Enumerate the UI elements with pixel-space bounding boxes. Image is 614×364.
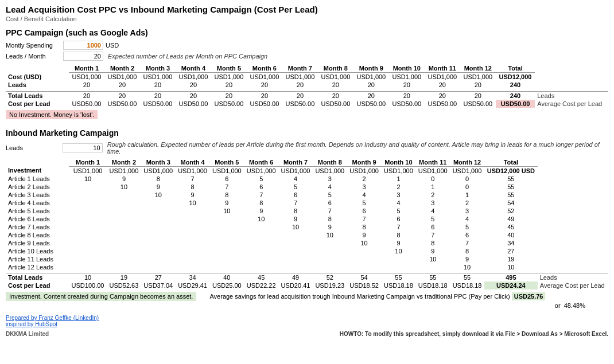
- inbound-article-cell: 8: [382, 231, 416, 239]
- inbound-article-cell: [107, 215, 141, 223]
- inbound-article-cell: 9: [347, 231, 382, 239]
- ppc-total-leads-cell: 20: [389, 91, 425, 100]
- inbound-col-m8: Month 8: [313, 158, 347, 167]
- ppc-leads-cell: 20: [140, 81, 176, 89]
- inbound-article-cell: [69, 247, 107, 255]
- inbound-leads-input[interactable]: [63, 143, 103, 152]
- monthly-spending-input[interactable]: [63, 41, 103, 50]
- ppc-col-m9: Month 9: [353, 64, 389, 73]
- inbound-article-cell: 9: [450, 255, 484, 263]
- inbound-article-total: 19: [484, 255, 538, 263]
- inbound-article-cell: [313, 239, 347, 247]
- inbound-article-cell: [209, 231, 244, 239]
- inbound-article-cell: 4: [382, 199, 416, 207]
- page-title: Lead Acquisition Cost PPC vs Inbound Mar…: [6, 5, 608, 14]
- inbound-article-cell: [244, 255, 278, 263]
- savings-percent: 48.48%: [564, 302, 585, 309]
- ppc-total-leads-cell: 20: [353, 91, 389, 100]
- company-name: DKKMA Limited: [6, 331, 49, 337]
- inbound-article-cell: 7: [450, 239, 484, 247]
- inbound-article-label: Article 12 Leads: [6, 263, 69, 271]
- ppc-cost-cell: USD1,000: [69, 73, 104, 81]
- ppc-leads-cell: 20: [425, 81, 460, 89]
- ppc-total-leads-cell: 20: [460, 91, 496, 100]
- inbound-article-cell: [244, 223, 278, 231]
- inbound-article-cell: [313, 255, 347, 263]
- inbound-article-cell: 8: [176, 183, 210, 191]
- inbound-article-cell: [176, 223, 210, 231]
- ppc-total-leads-label: Total Leads: [6, 91, 69, 100]
- inbound-article-cell: [69, 191, 107, 199]
- inbound-article-cell: 2: [347, 175, 382, 183]
- inbound-article-cell: 7: [415, 231, 450, 239]
- page-subtitle: Cost / Benefit Calculation: [6, 15, 608, 22]
- ppc-cost-cell: USD1,000: [353, 73, 389, 81]
- inbound-article-cell: 4: [450, 215, 484, 223]
- inbound-article-total: 40: [484, 231, 538, 239]
- inbound-article-cell: 9: [415, 247, 450, 255]
- inbound-article-cell: [69, 207, 107, 215]
- ppc-total-leads-cell: 20: [282, 91, 318, 100]
- inbound-total-leads-cell: 52: [313, 273, 347, 282]
- inbound-article-cell: 6: [450, 231, 484, 239]
- inbound-cpl-total: USD24.24: [484, 281, 538, 289]
- inbound-investment-cell: USD1,000: [450, 166, 484, 175]
- inbound-col-m2: Month 2: [107, 158, 141, 167]
- inbound-article-label: Article 2 Leads: [6, 183, 69, 191]
- inbound-article-cell: 8: [209, 191, 244, 199]
- inbound-article-cell: 10: [209, 207, 244, 215]
- inbound-article-cell: 8: [347, 223, 382, 231]
- ppc-col-m7: Month 7: [282, 64, 318, 73]
- inbound-article-cell: 5: [450, 223, 484, 231]
- ppc-leads-cell: 20: [247, 81, 282, 89]
- inbound-article-label: Article 5 Leads: [6, 207, 69, 215]
- inbound-article-cell: 6: [209, 175, 244, 183]
- inbound-article-cell: [313, 263, 347, 271]
- inbound-article-cell: 8: [415, 239, 450, 247]
- inbound-total-leads-cell: 19: [107, 273, 141, 282]
- ppc-cpl-total: USD50.00: [496, 100, 535, 108]
- invest-msg: Investment. Content created during Campa…: [6, 292, 196, 301]
- ppc-leads-cell: 20: [282, 81, 318, 89]
- inbound-article-cell: [69, 223, 107, 231]
- ppc-cost-cell: USD1,000: [389, 73, 425, 81]
- inbound-article-cell: 0: [450, 175, 484, 183]
- inbound-article-cell: 6: [347, 207, 382, 215]
- inbound-cpl-cell: USD25.00: [209, 281, 244, 289]
- inbound-investment-label: Investment: [6, 166, 69, 175]
- inbound-article-cell: [69, 199, 107, 207]
- ppc-col-m3: Month 3: [140, 64, 176, 73]
- inbound-article-cell: 7: [382, 223, 416, 231]
- inbound-article-cell: [347, 263, 382, 271]
- inbound-article-cell: 10: [382, 247, 416, 255]
- ppc-cost-label: Cost (USD): [6, 73, 69, 81]
- ppc-leads-cell: 20: [389, 81, 425, 89]
- inbound-article-cell: 0: [415, 175, 450, 183]
- inbound-total-leads-cell: 40: [209, 273, 244, 282]
- inbound-article-cell: 1: [382, 175, 416, 183]
- leads-month-note: Expected number of Leads per Month on PP…: [108, 53, 267, 60]
- ppc-cpl-cell: USD50.00: [425, 100, 460, 108]
- inbound-article-cell: [209, 263, 244, 271]
- ppc-cost-cell: USD1,000: [460, 73, 496, 81]
- inbound-article-label: Article 10 Leads: [6, 247, 69, 255]
- inbound-cpl-cell: USD52.63: [107, 281, 141, 289]
- leads-month-input[interactable]: [63, 52, 103, 61]
- inbound-article-cell: 9: [141, 183, 176, 191]
- inbound-article-cell: [107, 239, 141, 247]
- ppc-leads-cell: 20: [353, 81, 389, 89]
- inbound-article-cell: [176, 255, 210, 263]
- inbound-investment-cell: USD1,000: [141, 166, 176, 175]
- ppc-leads-cell: 20: [460, 81, 496, 89]
- ppc-col-m8: Month 8: [318, 64, 353, 73]
- inbound-article-cell: [176, 239, 210, 247]
- ppc-cpl-cell: USD50.00: [211, 100, 247, 108]
- inbound-col-m4: Month 4: [176, 158, 210, 167]
- inbound-cpl-cell: USD18.52: [347, 281, 382, 289]
- inbound-article-cell: 3: [415, 199, 450, 207]
- inbound-article-label: Article 6 Leads: [6, 215, 69, 223]
- inbound-total-leads-cell: 55: [415, 273, 450, 282]
- inbound-article-cell: 9: [278, 215, 313, 223]
- inbound-article-cell: [107, 255, 141, 263]
- inbound-article-cell: [244, 239, 278, 247]
